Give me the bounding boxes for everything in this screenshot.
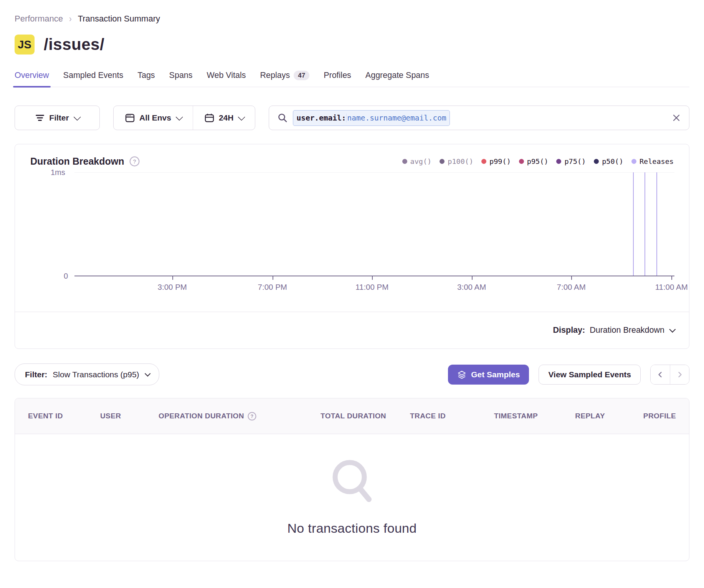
gridline [74,172,674,173]
transaction-summary-page: Performance › Transaction Summary JS /is… [0,0,704,561]
transactions-table: EVENT ID USER OPERATION DURATION ? TOTAL… [15,398,689,561]
empty-state-text: No transactions found [287,521,416,536]
breadcrumb-performance[interactable]: Performance [15,14,63,24]
legend-item-p100[interactable]: p100() [440,157,473,165]
env-date-picker-group: All Envs 24H [113,106,255,130]
x-axis-tick [273,276,273,280]
column-operation-duration: OPERATION DURATION ? [159,412,296,421]
display-label: Display: [553,325,585,335]
search-icon [278,113,288,123]
search-input[interactable]: user.email: name.surname@email.com [269,106,689,130]
display-selector[interactable]: Display: Duration Breakdown [15,312,689,349]
x-axis-tick [172,276,173,280]
replays-count-badge: 47 [294,71,309,80]
column-replay: REPLAY [538,412,605,420]
chevron-right-icon [676,371,683,378]
legend-item-p99[interactable]: p99() [481,157,511,165]
chevron-down-icon [669,326,676,332]
legend-item-avg[interactable]: avg() [402,157,432,165]
search-filter-token[interactable]: user.email: name.surname@email.com [293,110,450,126]
legend-item-p75[interactable]: p75() [556,157,586,165]
tab-profiles[interactable]: Profiles [324,71,351,87]
x-axis-tick [372,276,373,280]
chevron-left-icon [657,371,664,378]
column-trace-id: TRACE ID [386,412,446,420]
search-token-value: name.surname@email.com [346,114,450,122]
svg-text:?: ? [251,413,254,419]
release-marker-line[interactable] [656,172,657,276]
previous-page-button[interactable] [651,365,670,384]
x-axis-tick [571,276,572,280]
tab-overview[interactable]: Overview [15,71,49,87]
window-icon [125,113,135,123]
layers-icon [457,370,466,379]
x-tick-label: 11:00 PM [355,282,388,292]
transactions-filter-dropdown[interactable]: Filter: Slow Transactions (p95) [15,363,159,385]
clear-search-button[interactable] [672,114,681,122]
environment-selector[interactable]: All Envs [114,106,193,130]
release-marker-line[interactable] [645,172,645,276]
date-range-selector[interactable]: 24H [193,106,255,130]
breadcrumb-chevron-icon: › [69,13,72,24]
display-value: Duration Breakdown [590,325,664,335]
legend-dot [556,159,561,164]
chart-legend: avg() p100() p99() p95() p75() p50() Rel… [402,157,674,165]
filter-button[interactable]: Filter [15,106,100,130]
tab-web-vitals[interactable]: Web Vitals [207,71,246,87]
x-axis-line [74,276,674,276]
search-token-key: user.email: [293,114,346,122]
x-axis-tick [671,276,672,280]
chevron-down-icon [73,113,81,121]
column-timestamp: TIMESTAMP [446,412,538,420]
legend-item-p95[interactable]: p95() [519,157,549,165]
transactions-filter-value: Slow Transactions (p95) [53,370,139,379]
column-event-id: EVENT ID [28,412,100,420]
transactions-actions-row: Filter: Slow Transactions (p95) Get Samp… [15,363,689,385]
legend-item-p50[interactable]: p50() [594,157,623,165]
legend-dot [402,159,407,164]
help-icon[interactable]: ? [129,156,140,167]
title-row: JS /issues/ [15,35,689,55]
duration-breakdown-panel: Duration Breakdown ? avg() p100() p99() … [15,144,689,349]
transactions-filter-label: Filter: [25,370,47,379]
x-axis-tick [472,276,473,280]
pagination [650,365,689,385]
chevron-down-icon [238,113,246,121]
y-axis-max-label: 1ms [51,168,65,177]
x-tick-label: 3:00 PM [158,282,187,292]
tab-bar: Overview Sampled Events Tags Spans Web V… [15,71,689,87]
legend-dot [631,159,636,164]
chart-plot-area[interactable]: 1ms 0 [74,172,674,276]
chevron-down-icon [175,113,183,121]
chart-title: Duration Breakdown [30,156,124,167]
tab-tags[interactable]: Tags [137,71,155,87]
actions-right-group: Get Samples View Sampled Events [448,365,689,385]
chart-header: Duration Breakdown ? avg() p100() p99() … [15,144,689,167]
platform-js-badge: JS [15,35,35,55]
page-title: /issues/ [44,35,104,54]
x-axis-labels: 3:00 PM 7:00 PM 11:00 PM 3:00 AM 7:00 AM… [74,282,674,294]
x-tick-label: 11:00 AM [655,282,688,292]
x-tick-label: 3:00 AM [457,282,486,292]
legend-dot [519,159,524,164]
view-sampled-events-button[interactable]: View Sampled Events [539,365,641,385]
legend-dot [440,159,445,164]
tab-sampled-events[interactable]: Sampled Events [63,71,124,87]
column-profile: PROFILE [605,412,676,420]
get-samples-button[interactable]: Get Samples [448,365,529,385]
tab-spans[interactable]: Spans [169,71,193,87]
tab-aggregate-spans[interactable]: Aggregate Spans [365,71,429,87]
tab-replays[interactable]: Replays 47 [260,71,310,87]
legend-dot [481,159,486,164]
magnifier-empty-icon [331,459,373,506]
next-page-button[interactable] [670,365,689,384]
empty-state: No transactions found [15,434,689,561]
filter-icon [35,114,45,122]
breadcrumb: Performance › Transaction Summary [15,0,689,24]
svg-text:?: ? [133,159,136,165]
release-marker-line[interactable] [633,172,634,276]
table-header-row: EVENT ID USER OPERATION DURATION ? TOTAL… [15,398,689,434]
help-icon[interactable]: ? [248,412,256,421]
breadcrumb-current: Transaction Summary [78,14,160,24]
legend-item-releases[interactable]: Releases [631,157,674,165]
